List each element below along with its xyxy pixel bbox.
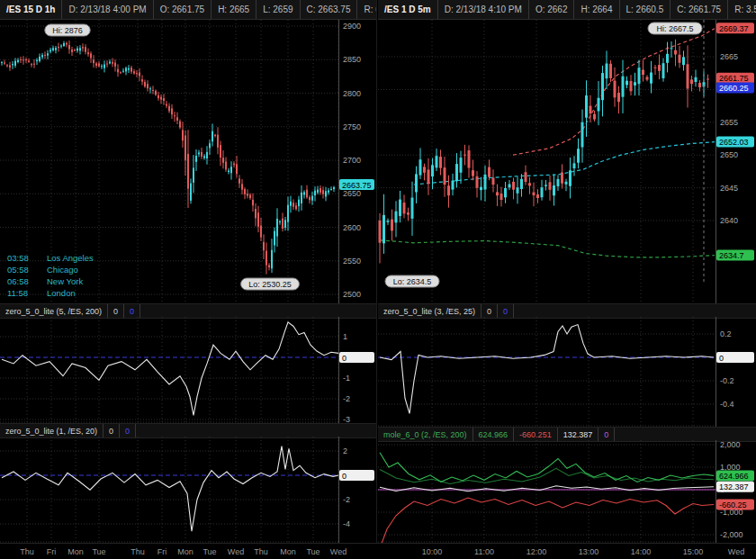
time-axis-label: Wed [228,547,244,556]
axis-badge: 0 [339,470,374,481]
axis-badge: 624.966 [716,470,754,481]
axis-label: 0 [719,354,724,363]
ohlc-field: H: 2664 [574,0,619,19]
series-layer [380,453,714,543]
axis-label: Lo: 2634.5 [393,277,432,286]
time-axis-label: Fri [47,547,57,556]
overlay-layer [380,29,715,257]
axis-label: -0.4 [720,400,734,409]
indicator-value: 0 [498,304,514,318]
right-indicator-2-chart[interactable]: 2,0001,0000-1,000-2,000624.966132.387-66… [378,440,756,543]
ohlc-field: D: 2/13/18 4:00 PM [62,0,153,19]
indicator-axis: 2-2-4 [339,437,351,543]
axis-label: 2 [343,446,347,455]
hilo-label: Lo: 2634.5 [385,275,439,287]
axis-badge: 2669.37 [716,23,754,33]
axis-label: 2663.75 [342,181,372,190]
hilo-label: Hi: 2876 [45,24,90,36]
time-axis-label: 11:00 [474,547,494,556]
hilo-label: Lo: 2530.25 [241,278,300,290]
time-axis: ThuFriMonTueThuFriMonTueWedThuMonTueWed1… [0,543,756,559]
ohlc-field: R: 6 [357,0,376,19]
indicator-title[interactable]: mole_6_0 (2, /ES, 200) [378,428,473,441]
time-axis-label: Wed [728,547,744,556]
right-price-chart[interactable]: 2665266026552650264526402669.372661.7526… [378,20,756,303]
time-axis-label: 14:00 [631,547,652,556]
axis-label: -3 [343,415,350,423]
time-axis-label: 12:00 [526,547,547,556]
axis-badge: 2660.25 [716,83,754,94]
axis-label: 0 [342,354,346,363]
symbol-timeframe[interactable]: /ES 1 D 5m [378,0,438,19]
axis-label: 2645 [720,184,738,193]
ohlc-field: D: 2/13/18 4:10 PM [438,0,529,19]
indicator-title[interactable]: zero_5_0_lite (1, /ES, 20) [0,424,104,437]
axis-label: -660.25 [719,500,747,509]
axis-label: 2,000 [720,440,741,449]
axis-label: 2669.37 [719,24,749,33]
axis-label: 2600 [343,223,361,232]
axis-label: 2800 [343,89,361,98]
grid-layer [0,317,338,423]
indicator-value: 624.966 [473,428,515,441]
grid-layer [378,317,716,427]
indicator-title[interactable]: zero_5_0_lite (5, /ES, 200) [0,304,108,318]
axis-label: 06:58 [7,276,29,286]
indicator-value: 0 [124,304,140,318]
axis-label: 2650 [720,150,738,159]
right-indicator-1-chart[interactable]: 0.2-0.2-0.40 [378,317,756,427]
axis-label: 2661.75 [719,74,749,83]
axis-label: London [47,288,76,298]
indicator-value: 132.387 [558,428,599,441]
ohlc-field: O: 2661.75 [154,0,212,19]
ohlc-field: L: 2660.5 [620,0,671,19]
chart-panel-right: /ES 1 D 5mD: 2/13/18 4:10 PMO: 2662H: 26… [378,0,756,543]
axis-label: 2650 [343,189,361,198]
hilo-label: Hi: 2667.5 [648,23,702,34]
axis-label: -2 [343,394,350,403]
axis-label: 11:58 [7,288,28,298]
time-axis-label: 15:00 [683,547,704,556]
indicator-value: 0 [108,304,124,318]
time-axis-label: Mon [280,547,296,556]
axis-label: Hi: 2667.5 [656,24,693,33]
left-price-chart[interactable]: 2900285028002750270026502600255025002663… [0,20,376,303]
timezone-clock-list: 03:58Los Angeles05:58Chicago06:58New Yor… [7,253,94,298]
right-chart-header: /ES 1 D 5mD: 2/13/18 4:10 PMO: 2662H: 26… [378,0,756,20]
axis-label: -0.2 [720,376,734,385]
time-axis-label: Thu [20,547,34,556]
axis-badge: 132.387 [716,482,754,492]
time-axis-label: Tue [202,547,216,556]
axis-label: 0 [342,472,346,481]
axis-label: New York [47,276,83,286]
time-axis-label: Wed [330,547,346,556]
time-axis-label: 13:00 [579,547,599,556]
axis-label: 132.387 [719,482,749,491]
axis-badge: 0 [339,352,374,363]
ohlc-field: H: 2665 [212,0,256,19]
axis-label: 05:58 [7,265,29,275]
axis-label: 2750 [343,122,361,131]
time-axis-label: Thu [254,547,268,556]
left-indicator-1-chart[interactable]: 1-1-2-30 [0,317,376,423]
indicator-value: -660.251 [514,428,558,441]
indicator-axis: 1-1-2-3 [339,317,351,423]
ohlc-field: C: 2663.75 [301,0,358,19]
axis-label: 2665 [720,52,738,61]
indicator-title[interactable]: zero_5_0_lite (3, /ES, 25) [378,304,482,318]
axis-label: 2850 [343,55,361,64]
time-axis-label: Tue [92,547,105,556]
series-layer [380,325,714,414]
time-axis-label: Mon [68,547,84,556]
axis-badge: 2663.75 [339,179,374,190]
axis-label: 2655 [720,118,738,127]
axis-badge: 2652.03 [716,136,754,147]
axis-label: 2634.7 [719,251,744,260]
chart-panel-left: /ES 15 D 1hD: 2/13/18 4:00 PMO: 2661.75H… [0,0,376,543]
axis-label: 2660.25 [719,84,749,93]
axis-label: Hi: 2876 [52,26,83,35]
axis-badge: 2661.75 [716,73,754,84]
symbol-timeframe[interactable]: /ES 15 D 1h [0,0,62,19]
axis-label: -2 [343,495,350,504]
left-indicator-2-chart[interactable]: 2-2-40 [0,437,376,543]
